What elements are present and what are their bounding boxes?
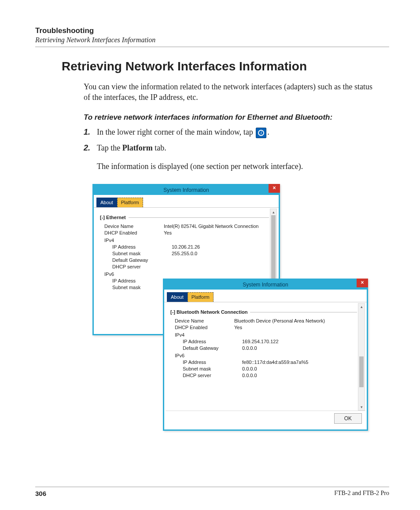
label-ipv4-gateway: Default Gateway: [112, 257, 172, 263]
window-titlebar[interactable]: System Information ×: [94, 185, 279, 195]
result-paragraph: The information is displayed (one sectio…: [97, 161, 380, 172]
close-button[interactable]: ×: [269, 184, 280, 193]
header-divider: [35, 47, 389, 47]
label-ipv4-mask: Subnet mask: [112, 251, 172, 256]
tab-platform[interactable]: Platform: [117, 198, 143, 207]
label-dhcp-enabled: DHCP Enabled: [104, 230, 164, 235]
scroll-down-icon[interactable]: ▾: [358, 404, 365, 410]
value-device-name: Bluetooth Device (Personal Area Network): [234, 318, 357, 323]
label-ipv4-ip: IP Address: [112, 244, 172, 249]
tab-about[interactable]: About: [167, 292, 188, 302]
value-device-name: Intel(R) 82574L Gigabit Network Connecti…: [164, 224, 269, 229]
footer-divider: [35, 487, 389, 487]
section-bluetooth[interactable]: [-] Bluetooth Network Connection: [170, 309, 357, 315]
label-ipv4-gateway: Default Gateway: [183, 345, 242, 351]
value-ipv6-mask: 0.0.0.0: [242, 366, 357, 371]
scroll-thumb[interactable]: [271, 215, 276, 286]
document-name: FTB-2 and FTB-2 Pro: [334, 490, 389, 497]
group-ipv4: IPv4: [104, 238, 269, 243]
label-ipv4-dhcpserver: DHCP server: [112, 264, 172, 269]
value-dhcp-enabled: Yes: [164, 230, 269, 235]
scroll-up-icon[interactable]: ▴: [270, 209, 276, 215]
label-dhcpserver: DHCP server: [183, 373, 242, 378]
step-1-text: In the lower right corner of the main wi…: [97, 127, 380, 138]
procedure-heading: To retrieve network interfaces informati…: [84, 113, 380, 122]
step-number-2: 2.: [84, 143, 97, 153]
system-information-window-bluetooth: System Information × About Platform [-] …: [163, 279, 368, 431]
ok-button[interactable]: OK: [334, 413, 362, 424]
label-device-name: Device Name: [175, 318, 234, 323]
window-title: System Information: [243, 282, 288, 288]
label-device-name: Device Name: [104, 224, 164, 229]
scrollbar[interactable]: ▴ ▾: [358, 303, 365, 411]
group-ipv4: IPv4: [175, 332, 357, 338]
value-dhcpserver: 0.0.0.0: [242, 373, 357, 378]
tab-about[interactable]: About: [96, 198, 117, 207]
value-ipv4-mask: 255.255.0.0: [172, 251, 269, 256]
scroll-up-icon[interactable]: ▴: [358, 304, 365, 310]
window-title: System Information: [163, 187, 209, 193]
scroll-thumb[interactable]: [359, 356, 364, 387]
page-number: 306: [35, 490, 46, 497]
value-ipv6-ip: fe80::117d:da4d:a559:aa7a%5: [242, 360, 357, 365]
window-titlebar[interactable]: System Information ×: [164, 280, 367, 290]
label-dhcp-enabled: DHCP Enabled: [175, 325, 234, 330]
running-header-section: Retrieving Network Interfaces Informatio…: [35, 36, 389, 44]
value-dhcp-enabled: Yes: [234, 325, 357, 330]
section-ethernet[interactable]: [-] Ethernet: [100, 215, 269, 220]
group-ipv6: IPv6: [104, 272, 269, 277]
value-ipv4-gateway: 0.0.0.0: [242, 345, 357, 351]
intro-paragraph: You can view the information related to …: [84, 81, 380, 103]
label-ipv6-mask: Subnet mask: [183, 366, 242, 371]
info-icon: [256, 128, 266, 138]
value-ipv4-ip: 10.206.21.26: [172, 244, 269, 249]
step-2-text: Tap the Platform tab.: [97, 143, 380, 153]
close-button[interactable]: ×: [357, 279, 368, 287]
value-ipv4-ip: 169.254.170.122: [242, 339, 357, 344]
label-ipv6-ip: IP Address: [183, 360, 242, 365]
running-header-chapter: Troubleshooting: [35, 26, 389, 35]
group-ipv6: IPv6: [175, 353, 357, 358]
page-title: Retrieving Network Interfaces Informatio…: [62, 59, 389, 73]
tab-platform[interactable]: Platform: [188, 292, 214, 302]
step-number-1: 1.: [84, 127, 97, 138]
label-ipv4-ip: IP Address: [183, 339, 242, 344]
